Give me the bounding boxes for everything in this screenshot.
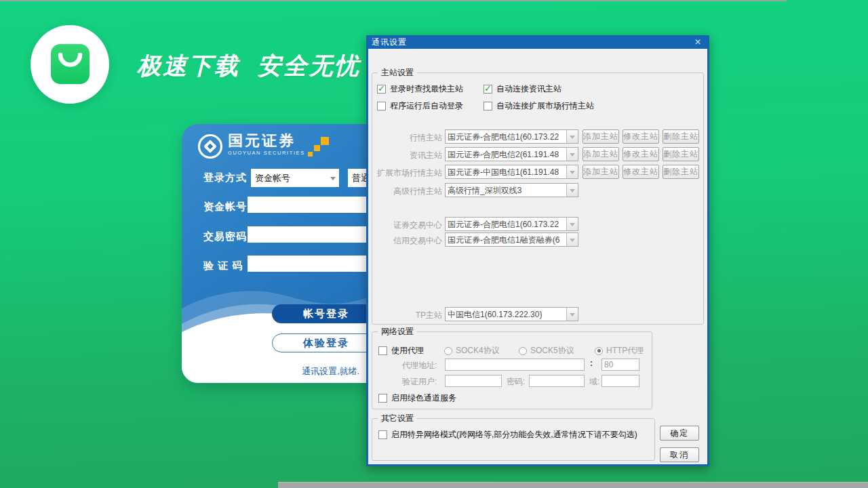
news-station-row: 资讯主站 国元证券-合肥电信2(61.191.48 添加主站 修改主站 删除主站 [368, 147, 707, 161]
verify-user-input[interactable] [445, 375, 502, 387]
checkbox-icon[interactable] [378, 346, 387, 355]
background-window-bottom-edge [278, 482, 868, 488]
proxy-port-input[interactable] [601, 359, 639, 371]
tp-station-row: TP主站 中国电信1(60.173.222.30) [368, 307, 707, 321]
chevron-down-icon[interactable] [566, 165, 578, 178]
modify-station-button[interactable]: 修改主站 [623, 129, 659, 144]
add-station-button[interactable]: 添加主站 [583, 165, 619, 179]
radio-sock5[interactable]: SOCK5协议 [519, 345, 574, 357]
chevron-down-icon[interactable] [566, 130, 578, 143]
securities-trade-center-select[interactable]: 国元证券-合肥电信1(60.173.22 [445, 217, 578, 231]
checkbox-icon[interactable] [377, 102, 386, 110]
window-top-edge [0, 0, 787, 1]
login-method-value: 资金帐号 [251, 172, 327, 184]
other-group-label: 其它设置 [378, 413, 417, 424]
add-station-button[interactable]: 添加主站 [583, 147, 619, 161]
port-colon: : [590, 359, 593, 368]
shopping-bag-icon [51, 44, 90, 84]
desktop-background: 极速下载 安全无忧 国元证券 GUOYUAN SECURITIES 登录方式 资… [0, 0, 868, 488]
account-input[interactable] [248, 197, 376, 213]
checkbox-auto-connect-extended-market[interactable]: 自动连接扩展市场行情主站 [484, 100, 594, 112]
domain-label: 域: [589, 376, 599, 388]
advanced-quote-station-row: 高级行情主站 高级行情_深圳双线3 [368, 183, 707, 197]
news-station-select[interactable]: 国元证券-合肥电信2(61.191.48 [445, 147, 578, 161]
checkbox-icon[interactable] [484, 102, 492, 110]
chevron-down-icon[interactable] [566, 148, 578, 161]
guoyuan-logo-icon [197, 133, 224, 160]
cancel-button[interactable]: 取消 [660, 447, 699, 462]
checkbox-special-network-mode[interactable]: 启用特异网络模式(跨网络等,部分功能会失效,通常情况下请不要勾选) [378, 429, 637, 441]
modify-station-button[interactable]: 修改主站 [623, 165, 659, 179]
dialog-titlebar[interactable]: 通讯设置 ✕ [368, 35, 707, 49]
yellow-square-large [321, 137, 329, 145]
radio-sock4[interactable]: SOCK4协议 [444, 345, 500, 357]
chevron-down-icon[interactable] [566, 308, 578, 321]
delete-station-button[interactable]: 删除主站 [663, 147, 699, 161]
bag-handle-icon [51, 44, 90, 84]
app-store-badge [31, 25, 109, 104]
radio-icon[interactable] [595, 347, 603, 355]
guoyuan-logo-text: 国元证券 GUOYUAN SECURITIES [228, 133, 305, 156]
login-status-text: 通讯设置,就绪. [302, 365, 359, 378]
network-group-label: 网络设置 [378, 326, 417, 338]
password-input[interactable] [248, 226, 376, 243]
add-station-button[interactable]: 添加主站 [583, 129, 619, 144]
radio-http-proxy[interactable]: HTTP代理 [595, 345, 644, 357]
dialog-body: 主站设置 登录时查找最快主站 自动连接资讯主站 程序运行后自动登录 自动连接扩展… [368, 49, 707, 464]
captcha-label: 验 证 码 [203, 260, 243, 272]
guoyuan-logo: 国元证券 GUOYUAN SECURITIES [197, 133, 305, 160]
proxy-address-label: 代理地址: [402, 360, 437, 371]
checkbox-icon[interactable] [484, 85, 492, 94]
main-station-group-label: 主站设置 [378, 67, 417, 79]
checkbox-icon[interactable] [377, 85, 386, 94]
radio-icon[interactable] [519, 347, 527, 355]
radio-icon[interactable] [444, 347, 452, 355]
proxy-password-input[interactable] [529, 375, 585, 387]
checkbox-green-channel[interactable]: 启用绿色通道服务 [378, 392, 456, 404]
checkbox-icon[interactable] [378, 394, 387, 403]
chevron-down-icon[interactable] [566, 218, 578, 230]
advanced-quote-station-select[interactable]: 高级行情_深圳双线3 [445, 183, 578, 197]
extended-market-station-row: 扩展市场行情主站 国元证券-中国电信1(61.191.48 添加主站 修改主站 … [368, 165, 707, 179]
login-method-label: 登录方式 [203, 171, 247, 184]
chevron-down-icon[interactable] [327, 174, 339, 183]
domain-input[interactable] [601, 375, 639, 387]
delete-station-button[interactable]: 删除主站 [663, 165, 699, 179]
password-label: 密码: [507, 376, 525, 388]
chevron-down-icon[interactable] [566, 184, 578, 197]
checkbox-find-fastest-station[interactable]: 登录时查找最快主站 [377, 83, 463, 95]
checkbox-auto-connect-news[interactable]: 自动连接资讯主站 [484, 83, 561, 95]
verify-user-label: 验证用户: [402, 376, 437, 388]
securities-trade-center-row: 证券交易中心 国元证券-合肥电信1(60.173.22 [368, 217, 707, 231]
dialog-title: 通讯设置 [372, 37, 692, 48]
login-method-select[interactable]: 资金帐号 [251, 169, 339, 187]
login-window: 国元证券 GUOYUAN SECURITIES 登录方式 资金帐号 普通帐号 资… [182, 124, 385, 383]
checkbox-auto-login-after-run[interactable]: 程序运行后自动登录 [377, 100, 463, 112]
modify-station-button[interactable]: 修改主站 [623, 147, 659, 161]
credit-trade-center-select[interactable]: 国元证券-合肥电信1融资融券(6 [445, 232, 578, 247]
comm-settings-dialog: 通讯设置 ✕ 主站设置 登录时查找最快主站 自动连接资讯主站 程序运行后自动登录 [366, 35, 709, 466]
yellow-square-mid [314, 145, 320, 151]
proxy-address-input[interactable] [445, 359, 585, 371]
credit-trade-center-row: 信用交易中心 国元证券-合肥电信1融资融券(6 [368, 232, 707, 247]
logo-name-en: GUOYUAN SECURITIES [228, 150, 305, 156]
brand-headline: 极速下载 安全无忧 [137, 50, 360, 82]
delete-station-button[interactable]: 删除主站 [663, 129, 699, 144]
account-login-button[interactable]: 帐号登录 [272, 304, 380, 323]
checkbox-icon[interactable] [378, 430, 387, 439]
checkbox-use-proxy[interactable]: 使用代理 [378, 345, 424, 357]
ok-button[interactable]: 确定 [660, 426, 699, 441]
trial-login-button[interactable]: 体验登录 [272, 333, 380, 352]
password-label: 交易密码 [203, 230, 247, 243]
yellow-square-small [308, 152, 313, 157]
quote-station-row: 行情主站 国元证券-合肥电信1(60.173.22 添加主站 修改主站 删除主站 [368, 129, 707, 144]
quote-station-select[interactable]: 国元证券-合肥电信1(60.173.22 [445, 129, 578, 144]
extended-market-station-select[interactable]: 国元证券-中国电信1(61.191.48 [445, 165, 578, 179]
captcha-input[interactable] [248, 256, 376, 272]
logo-name-cn: 国元证券 [228, 133, 305, 149]
account-label: 资金帐号 [203, 201, 247, 214]
tp-station-select[interactable]: 中国电信1(60.173.222.30) [445, 307, 578, 321]
close-icon[interactable]: ✕ [692, 37, 704, 47]
chevron-down-icon[interactable] [566, 233, 578, 246]
